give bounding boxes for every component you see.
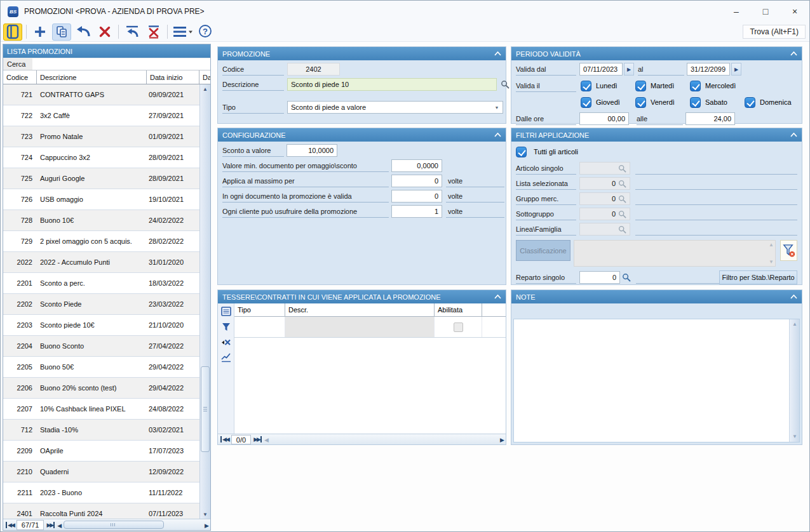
list-item[interactable]: 712 Stadia -10% 03/02/2021 <box>3 420 201 441</box>
delete-all-button[interactable] <box>144 23 163 41</box>
day-checkbox-checked[interactable] <box>690 97 701 108</box>
tutti-articoli-checkbox-checked[interactable] <box>516 147 527 157</box>
valore-min-field[interactable]: 0,0000 <box>391 159 442 172</box>
list-item[interactable]: 2202 Sconto Piede 23/03/2022 <box>3 294 201 315</box>
first-record-button[interactable]: ◀◀ <box>220 436 229 442</box>
filtro-stab-reparto-button[interactable]: Filtro per Stab.\Reparto <box>719 270 797 284</box>
day-checkbox-checked[interactable] <box>745 97 755 108</box>
panel-toggle-button[interactable] <box>3 23 22 41</box>
list-item[interactable]: 2206 Buono 20% sconto (test) 29/04/2022 <box>3 378 201 399</box>
list-item[interactable]: 725 Auguri Google 28/09/2021 <box>3 168 201 189</box>
note-vertical-scrollbar[interactable]: ▲ ▼ <box>789 319 799 442</box>
date-picker-button[interactable]: ▶ <box>731 63 741 76</box>
grid-row-empty[interactable] <box>234 317 506 338</box>
column-header-data-fine[interactable]: Dat <box>199 70 210 84</box>
date-picker-button[interactable]: ▶ <box>624 63 634 76</box>
list-item[interactable]: 729 2 pixel omaggio con 5 acquis. 28/02/… <box>3 231 201 252</box>
note-textarea[interactable] <box>513 319 800 442</box>
scrollbar-thumb[interactable] <box>201 366 210 452</box>
grid-chart-button[interactable] <box>220 351 233 364</box>
descrizione-field[interactable]: Sconto di piede 10 <box>287 78 497 91</box>
dalle-ore-field[interactable]: 00,00 <box>579 112 629 125</box>
list-item[interactable]: 2401 Raccolta Punti 2024 07/11/2023 <box>3 503 201 520</box>
day-checkbox-checked[interactable] <box>635 81 646 91</box>
search-input[interactable] <box>32 58 210 70</box>
column-header-codice[interactable]: Codice <box>3 70 37 84</box>
column-header-descrizione[interactable]: Descrizione <box>37 70 147 84</box>
column-header-descr[interactable]: Descr. <box>285 303 435 316</box>
list-item[interactable]: 2211 2023 - Buono 11/11/2022 <box>3 482 201 503</box>
scroll-left-icon[interactable]: ◀ <box>57 522 62 529</box>
maximize-button[interactable]: □ <box>751 2 780 21</box>
abilitata-checkbox-unchecked[interactable] <box>454 323 463 332</box>
day-checkbox-checked[interactable] <box>581 81 591 91</box>
help-button[interactable]: ? <box>196 23 215 41</box>
grid-view-button[interactable] <box>220 305 233 318</box>
list-item[interactable]: 2203 Sconto piede 10€ 21/10/2020 <box>3 315 201 336</box>
descrizione-search-button[interactable] <box>501 80 510 89</box>
sconto-valore-field[interactable]: 10,0000 <box>287 144 337 157</box>
documento-valida-field[interactable]: 0 <box>391 190 442 203</box>
scroll-down-icon[interactable]: ▼ <box>200 510 210 519</box>
close-button[interactable]: × <box>780 2 809 21</box>
tipo-dropdown[interactable]: Sconto di piede a valore ▼ <box>287 101 503 114</box>
alle-field[interactable]: 24,00 <box>685 112 735 125</box>
day-checkbox-checked[interactable] <box>581 97 591 108</box>
list-item[interactable]: 2022 2022 - Accumulo Punti 31/01/2020 <box>3 252 201 273</box>
scroll-left-icon[interactable]: ◀ <box>264 437 269 443</box>
list-item[interactable]: 2205 Buono 50€ 29/04/2022 <box>3 357 201 378</box>
last-record-button[interactable]: ▶▶ <box>46 522 55 528</box>
list-item[interactable]: 721 CONTRATTO GAPS 09/09/2021 <box>3 84 201 105</box>
scroll-up-icon[interactable]: ▲ <box>769 242 774 248</box>
list-item[interactable]: 726 USB omaggio 19/10/2021 <box>3 189 201 210</box>
collapse-button[interactable] <box>790 133 797 137</box>
scroll-down-icon[interactable]: ▼ <box>790 432 800 441</box>
reparto-singolo-field[interactable]: 0 <box>579 271 620 284</box>
revert-all-button[interactable] <box>123 23 142 41</box>
copy-button[interactable] <box>52 23 71 41</box>
list-vertical-scrollbar[interactable]: ▲ ▼ <box>199 84 210 520</box>
applica-massimo-field[interactable]: 0 <box>391 175 442 187</box>
list-item[interactable]: 2210 Quaderni 12/09/2022 <box>3 462 201 482</box>
list-horizontal-scrollbar[interactable]: ◀ ▶ <box>57 520 209 530</box>
day-checkbox-checked[interactable] <box>690 81 701 91</box>
find-shortcut-button[interactable]: Trova (Alt+F1) <box>743 25 806 39</box>
list-item[interactable]: 723 Promo Natale 01/09/2021 <box>3 126 201 147</box>
scroll-up-icon[interactable]: ▲ <box>200 85 210 94</box>
list-item[interactable]: 2209 OAprile 17/07/2023 <box>3 441 201 462</box>
day-checkbox-checked[interactable] <box>635 97 646 108</box>
column-header-data-inizio[interactable]: Data inizio <box>147 70 199 84</box>
reparto-search-button[interactable] <box>622 273 631 282</box>
list-item[interactable]: 728 Buono 10€ 24/02/2022 <box>3 210 201 231</box>
collapse-button[interactable] <box>790 295 797 299</box>
column-header-abilitata[interactable]: Abilitata <box>435 303 482 316</box>
menu-button[interactable] <box>172 23 193 41</box>
list-item[interactable]: 2204 Buono Sconto 27/04/2022 <box>3 336 201 357</box>
grid-filter-button[interactable] <box>220 321 233 333</box>
scroll-right-icon[interactable]: ▶ <box>500 437 504 443</box>
last-record-button[interactable]: ▶▶ <box>253 436 262 442</box>
collapse-button[interactable] <box>494 295 501 299</box>
list-item[interactable]: 2207 10% Cashback linea PIXEL 24/08/2022 <box>3 399 201 420</box>
add-button[interactable] <box>30 23 50 41</box>
scroll-up-icon[interactable]: ▲ <box>790 320 800 329</box>
scroll-down-icon[interactable]: ▼ <box>769 259 774 265</box>
valida-al-field[interactable]: 31/12/2099 <box>687 63 730 76</box>
list-item[interactable]: 2201 Sconto a perc. 18/03/2022 <box>3 273 201 294</box>
list-item[interactable]: 722 3x2 Caffè 27/09/2021 <box>3 105 201 126</box>
scrollbar-thumb[interactable] <box>64 521 164 529</box>
list-item[interactable]: 724 Cappuccino 3x2 28/09/2021 <box>3 147 201 168</box>
clear-classification-filter-button[interactable] <box>780 240 797 261</box>
minimize-button[interactable]: – <box>722 2 751 21</box>
cliente-usufruire-field[interactable]: 1 <box>391 205 442 218</box>
collapse-button[interactable] <box>790 51 797 56</box>
valida-dal-field[interactable]: 07/11/2023 <box>579 63 623 76</box>
scroll-right-icon[interactable]: ▶ <box>205 522 209 529</box>
grid-horizontal-scrollbar[interactable]: ◀ ▶ <box>264 435 504 444</box>
undo-button[interactable] <box>74 23 93 41</box>
collapse-button[interactable] <box>494 133 501 137</box>
collapse-button[interactable] <box>494 51 501 56</box>
delete-button[interactable] <box>95 23 114 41</box>
first-record-button[interactable]: ◀◀ <box>6 522 14 528</box>
grid-clear-filter-button[interactable] <box>220 336 233 349</box>
